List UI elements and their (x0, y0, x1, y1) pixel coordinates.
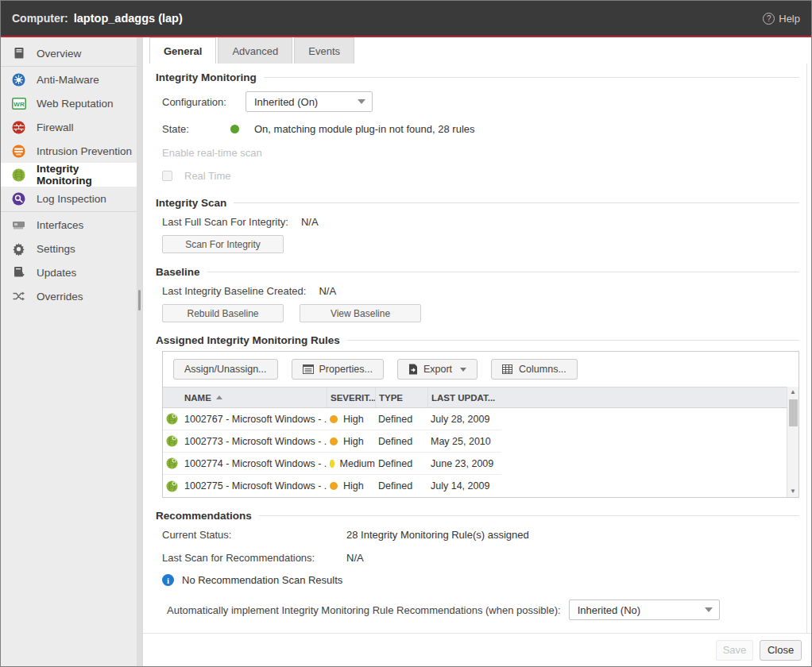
sidebar-item-integrity-monitoring[interactable]: Integrity Monitoring (1, 163, 137, 187)
sidebar-item-interfaces[interactable]: Interfaces (1, 213, 137, 237)
state-label: State: (162, 123, 230, 135)
rebuild-baseline-button[interactable]: Rebuild Baseline (162, 304, 284, 322)
last-rec-scan-value: N/A (346, 552, 799, 564)
scroll-up-icon[interactable]: ▲ (790, 387, 796, 398)
last-baseline-row: Last Integrity Baseline Created: N/A (162, 285, 799, 297)
sidebar-item-updates[interactable]: Updates (1, 260, 137, 284)
sidebar-item-overview[interactable]: Overview (1, 41, 137, 65)
state-value: On, matching module plug-in not found, 2… (254, 123, 475, 135)
properties-button[interactable]: Properties... (292, 359, 384, 380)
rule-severity: Medium (327, 458, 375, 469)
section-baseline: Baseline (156, 266, 799, 278)
help-button[interactable]: ? Help (763, 13, 800, 25)
configuration-row: Configuration: Inherited (On) (162, 91, 799, 112)
section-title: Integrity Scan (156, 197, 226, 209)
chevron-down-icon (358, 99, 365, 104)
column-header-last-updated[interactable]: LAST UPDAT... (427, 387, 501, 407)
section-integrity-scan: Integrity Scan (156, 197, 799, 209)
sidebar-item-log-inspection[interactable]: Log Inspection (1, 187, 137, 210)
sidebar-item-anti-malware[interactable]: Anti-Malware (1, 67, 137, 91)
sidebar-divider (1, 211, 142, 212)
chevron-down-icon (460, 368, 466, 372)
rules-table-header: NAME SEVERIT... TYPE LAST UPDAT... (163, 387, 787, 408)
section-title: Integrity Monitoring (156, 71, 257, 83)
last-scan-value: N/A (301, 216, 319, 228)
auto-implement-value: Inherited (No) (578, 604, 640, 616)
rules-table-body: 1002767 - Microsoft Windows - ... High D… (163, 408, 798, 497)
sort-ascending-icon (216, 395, 222, 399)
scroll-down-icon[interactable]: ▼ (790, 486, 796, 497)
rule-name: 1002773 - Microsoft Windows - ... (181, 436, 327, 447)
column-header-type[interactable]: TYPE (375, 387, 427, 407)
sidebar-divider (1, 66, 142, 67)
sidebar-item-overrides[interactable]: Overrides (1, 284, 137, 308)
save-button[interactable]: Save (716, 640, 753, 661)
table-row[interactable]: 1002767 - Microsoft Windows - ... High D… (163, 408, 501, 430)
table-row[interactable]: 1002773 - Microsoft Windows - ... High D… (163, 430, 501, 453)
rule-name: 1002775 - Microsoft Windows - ... (181, 480, 327, 492)
columns-label: Columns... (519, 364, 566, 375)
view-baseline-button[interactable]: View Baseline (300, 304, 421, 322)
sidebar-item-settings[interactable]: Settings (1, 237, 137, 260)
sidebar-item-firewall[interactable]: Firewall (1, 115, 137, 139)
rules-table-scrollbar[interactable]: ▲ ▼ (787, 387, 798, 497)
icon-column-header (163, 387, 181, 407)
help-icon: ? (763, 13, 775, 25)
window-titlebar: Computer: laptop_adaggs (lap) ? Help (1, 1, 811, 36)
overview-icon (11, 46, 26, 61)
firewall-icon (11, 120, 26, 135)
rule-name: 1002774 - Microsoft Windows - ... (181, 458, 327, 469)
intrusion-prevention-icon (11, 144, 26, 159)
assign-unassign-button[interactable]: Assign/Unassign... (173, 359, 278, 380)
export-button[interactable]: Export (397, 359, 478, 380)
tab-content: Integrity Monitoring Configuration: Inhe… (143, 64, 811, 633)
configuration-select[interactable]: Inherited (On) (246, 91, 373, 112)
column-header-severity[interactable]: SEVERIT... (327, 387, 375, 407)
log-inspection-icon (11, 191, 26, 206)
properties-icon (303, 364, 314, 374)
section-rule (264, 77, 799, 78)
rule-type: Defined (375, 436, 427, 447)
computer-name: laptop_adaggs (lap) (74, 12, 183, 25)
auto-implement-label: Automatically implement Integrity Monito… (167, 604, 561, 616)
sidebar-item-label: Interfaces (37, 219, 83, 231)
tab-advanced[interactable]: Advanced (218, 37, 292, 64)
configuration-value: Inherited (On) (254, 96, 318, 108)
baseline-buttons-row: Rebuild Baseline View Baseline (162, 304, 799, 322)
sidebar-item-web-reputation[interactable]: WR Web Reputation (1, 91, 137, 115)
scrollbar-thumb[interactable] (789, 399, 798, 426)
properties-label: Properties... (319, 364, 373, 375)
settings-icon (11, 241, 26, 256)
updates-icon (11, 265, 26, 280)
sidebar-item-label: Integrity Monitoring (37, 163, 137, 187)
last-scan-row: Last Full Scan For Integrity: N/A (162, 216, 799, 228)
section-recommendations: Recommendations (156, 510, 799, 522)
integrity-monitoring-icon (11, 168, 26, 183)
current-status-row: Current Status: 28 Integrity Monitoring … (162, 529, 799, 541)
rule-icon (163, 435, 181, 447)
auto-implement-select[interactable]: Inherited (No) (569, 600, 720, 620)
last-rec-scan-row: Last Scan for Recommendations: N/A (162, 552, 799, 564)
svg-text:WR: WR (14, 101, 25, 108)
close-button[interactable]: Close (760, 640, 802, 661)
section-rule (259, 515, 799, 516)
rule-icon (163, 480, 181, 492)
scan-for-integrity-button[interactable]: Scan For Integrity (162, 235, 284, 253)
no-results-text: No Recommendation Scan Results (182, 574, 342, 586)
column-header-name[interactable]: NAME (181, 387, 327, 407)
table-row[interactable]: 1002774 - Microsoft Windows - ... Medium… (163, 453, 501, 475)
section-title: Baseline (156, 266, 200, 278)
tab-general[interactable]: General (149, 37, 216, 64)
columns-button[interactable]: Columns... (491, 359, 578, 380)
sidebar-item-intrusion-prevention[interactable]: Intrusion Prevention (1, 139, 137, 163)
sidebar-scrollbar[interactable] (137, 37, 142, 666)
table-row[interactable]: 1002775 - Microsoft Windows - ... High D… (163, 475, 501, 497)
tab-events[interactable]: Events (294, 37, 354, 64)
sidebar-scrollbar-thumb[interactable] (138, 290, 141, 310)
overrides-icon (11, 289, 26, 304)
rule-name: 1002767 - Microsoft Windows - ... (181, 414, 327, 425)
last-baseline-value: N/A (319, 285, 336, 297)
realtime-checkbox[interactable] (162, 171, 172, 181)
last-scan-label: Last Full Scan For Integrity: (162, 216, 288, 228)
sidebar: Overview Anti-Malware WR Web Reputation … (1, 37, 142, 666)
